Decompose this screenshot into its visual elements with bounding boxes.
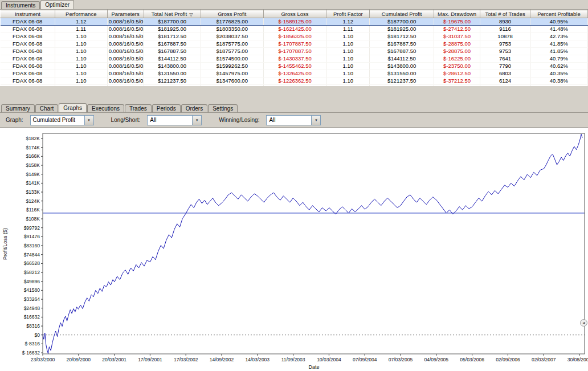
table-cell: 1.11 [55, 26, 107, 33]
table-row[interactable]: FDAX 06-081.100.008/16/0.5/0.$143800.00$… [1, 63, 588, 70]
table-cell: FDAX 06-08 [1, 18, 55, 26]
graph-select[interactable]: Cumulated Profit ▼ [30, 115, 94, 125]
table-cell: FDAX 06-08 [1, 48, 55, 55]
table-cell: $131550.00 [144, 70, 201, 78]
table-cell: 6124 [480, 78, 530, 85]
table-cell: $187700.00 [144, 18, 201, 26]
y-tick-label: $108K [26, 216, 40, 222]
table-row[interactable]: FDAX 06-081.100.008/16/0.5/0.$167887.50$… [1, 40, 588, 48]
table-row[interactable]: FDAX 06-081.120.008/16/0.5/0.$187700.00$… [1, 18, 588, 26]
y-tick-label: $8316 [26, 323, 40, 329]
long-short-label: Long/Short: [111, 117, 141, 123]
graph-controls: Graph: Cumulated Profit ▼ Long/Short: Al… [0, 113, 588, 127]
table-cell: $-1455462.50 [263, 63, 326, 70]
panel-tab-graphs[interactable]: Graphs [59, 103, 87, 112]
main-tab-instruments[interactable]: Instruments [1, 1, 40, 9]
column-header-total-of-trades[interactable]: Total # of Trades [480, 10, 530, 18]
table-cell: $-23750.00 [434, 63, 480, 70]
x-tick-label: 02/09/2006 [496, 357, 520, 362]
column-header-label: Gross Loss [281, 11, 308, 17]
x-tick-label: 07/09/2004 [353, 357, 377, 362]
table-cell: FDAX 06-08 [1, 33, 55, 40]
table-cell: $-1326425.00 [263, 70, 326, 78]
table-cell: FDAX 06-08 [1, 63, 55, 70]
table-cell: 0.008/16/0.5/0. [107, 48, 144, 55]
table-cell: 1.10 [326, 55, 370, 63]
table-cell: 40.95% [530, 18, 587, 26]
x-tick-label: 02/03/2007 [532, 357, 556, 362]
column-header-parameters[interactable]: Parameters [107, 10, 144, 18]
table-row[interactable]: FDAX 06-081.100.008/16/0.5/0.$181712.50$… [1, 33, 588, 40]
column-header-instrument[interactable]: Instrument [1, 10, 55, 18]
x-tick-label: 20/03/2001 [102, 357, 126, 362]
panel-tab-periods[interactable]: Periods [152, 104, 181, 112]
column-header-label: Total # of Trades [485, 11, 525, 17]
winning-losing-select-value: All [267, 117, 311, 123]
panel-tab-orders[interactable]: Orders [181, 104, 208, 112]
table-cell: 10878 [480, 33, 530, 40]
table-cell: FDAX 06-08 [1, 55, 55, 63]
column-header-max-drawdown[interactable]: Max. Drawdown [434, 10, 480, 18]
panel-tab-settings[interactable]: Settings [208, 104, 238, 112]
x-tick-label: 20/09/2000 [67, 357, 91, 362]
table-row[interactable]: FDAX 06-081.100.008/16/0.5/0.$167887.50$… [1, 48, 588, 55]
dropdown-arrow-icon[interactable]: ▼ [311, 116, 320, 125]
long-short-select[interactable]: All ▼ [147, 115, 202, 125]
table-cell: 8930 [480, 18, 530, 26]
plot-border [43, 133, 585, 354]
winning-losing-label: Winning/Losing: [219, 117, 259, 123]
table-cell: $187700.00 [370, 18, 434, 26]
x-tick-label: 11/09/2003 [281, 357, 305, 362]
column-header-label: Percent Profitable [537, 11, 581, 17]
table-empty-area [0, 86, 588, 103]
winning-losing-select[interactable]: All ▼ [266, 115, 321, 125]
table-cell: 0.008/16/0.5/0. [107, 78, 144, 85]
panel-tab-summary[interactable]: Summary [1, 104, 35, 112]
column-header-profit-factor[interactable]: Profit Factor [326, 10, 370, 18]
column-header-performance[interactable]: Performance [55, 10, 107, 18]
cumulated-profit-chart: $182K$174K$166K$158K$149K$141K$133K$124K… [0, 128, 588, 371]
table-row[interactable]: FDAX 06-081.100.008/16/0.5/0.$144112.50$… [1, 55, 588, 63]
dropdown-arrow-icon[interactable]: ▼ [84, 116, 93, 125]
table-cell: 1.10 [55, 70, 107, 78]
table-row[interactable]: FDAX 06-081.100.008/16/0.5/0.$121237.50$… [1, 78, 588, 85]
table-cell: $-19675.00 [434, 18, 480, 26]
table-cell: $-1856325.00 [263, 33, 326, 40]
table-cell: 0.008/16/0.5/0. [107, 63, 144, 70]
table-cell: $1599262.50 [201, 63, 263, 70]
main-tabstrip: InstrumentsOptimizer [0, 0, 588, 10]
table-cell: 40.62% [530, 63, 587, 70]
collapse-panel-icon[interactable]: ◄ [580, 319, 587, 327]
table-row[interactable]: FDAX 06-081.100.008/16/0.5/0.$131550.00$… [1, 70, 588, 78]
column-header-percent-profitable[interactable]: Percent Profitable [530, 10, 587, 18]
table-row[interactable]: FDAX 06-081.110.008/16/0.5/0.$181925.00$… [1, 26, 588, 33]
table-cell: 0.008/16/0.5/0. [107, 40, 144, 48]
panel-tab-trades[interactable]: Trades [125, 104, 152, 112]
column-header-label: Instrument [15, 11, 40, 17]
y-tick-label: $58212 [24, 270, 40, 275]
table-cell: $1875775.00 [201, 40, 263, 48]
x-tick-label: 14/09/2002 [210, 357, 234, 362]
table-cell: $181925.00 [144, 26, 201, 33]
table-cell: $-16225.00 [434, 55, 480, 63]
y-tick-label: $33264 [24, 296, 40, 302]
y-tick-label: $91476 [24, 234, 40, 239]
panel-tab-chart[interactable]: Chart [35, 104, 58, 112]
y-tick-label: $24948 [24, 305, 40, 311]
main-tab-optimizer[interactable]: Optimizer [40, 0, 74, 9]
x-tick-label: 04/09/2005 [424, 357, 449, 362]
table-cell: 1.12 [55, 18, 107, 26]
table-cell: 1.10 [55, 48, 107, 55]
panel-tab-executions[interactable]: Executions [87, 104, 124, 112]
table-cell: $-1707887.50 [263, 48, 326, 55]
column-header-total-net-profit[interactable]: Total Net Profit▽ [144, 10, 201, 18]
chart-area: $182K$174K$166K$158K$149K$141K$133K$124K… [0, 127, 588, 371]
table-cell: 1.10 [55, 55, 107, 63]
table-cell: 1.10 [326, 33, 370, 40]
table-cell: $1574500.00 [201, 55, 263, 63]
column-header-cumulated-profit[interactable]: Cumulated Profit [370, 10, 434, 18]
column-header-gross-profit[interactable]: Gross Profit [201, 10, 263, 18]
table-cell: FDAX 06-08 [1, 26, 55, 33]
column-header-gross-loss[interactable]: Gross Loss [263, 10, 326, 18]
dropdown-arrow-icon[interactable]: ▼ [192, 116, 201, 125]
